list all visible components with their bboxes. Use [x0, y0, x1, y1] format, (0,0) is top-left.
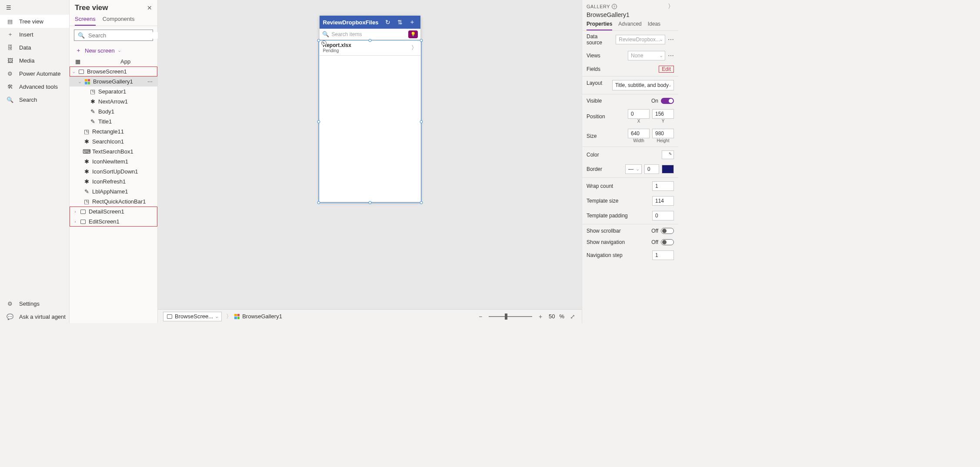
expand-panel-button[interactable]: 〉: [668, 3, 674, 10]
tree-label: NextArrow1: [98, 98, 155, 105]
gallery-icon: [84, 79, 90, 85]
border-color-swatch[interactable]: [662, 165, 674, 173]
views-select[interactable]: None⌵: [628, 51, 665, 60]
flow-icon: ⚙: [6, 70, 14, 77]
tree-label: EditScreen1: [89, 218, 155, 225]
position-x-input[interactable]: 0: [628, 109, 650, 119]
data-source-select[interactable]: ReviewDropbox...⌵: [616, 35, 665, 44]
visible-toggle[interactable]: [661, 98, 674, 104]
app-search-row: 🔍 Search items 💡: [320, 29, 420, 40]
size-height-input[interactable]: 980: [652, 129, 674, 138]
close-panel-button[interactable]: ✕: [147, 4, 152, 11]
chevron-right-icon[interactable]: 〉: [411, 44, 417, 52]
color-swatch[interactable]: ✎: [662, 150, 674, 159]
layout-select[interactable]: Title, subtitle, and body⌵: [612, 80, 674, 90]
sort-icon[interactable]: ⇅: [395, 19, 405, 26]
tree-item-title[interactable]: ✎ Title1: [70, 117, 157, 127]
gallery-row[interactable]: Report.xlsx Pending 〉: [320, 40, 420, 56]
tree-item-icon-sort[interactable]: ✱ IconSortUpDown1: [70, 167, 157, 177]
chevron-down-icon: ⌵: [118, 48, 120, 53]
tree-item-edit-screen[interactable]: › EditScreen1: [70, 217, 157, 227]
tab-advanced[interactable]: Advanced: [618, 21, 641, 30]
zoom-percent: %: [559, 313, 564, 320]
row-subtitle: Pending: [323, 48, 409, 53]
tree-item-icon-new[interactable]: ✱ IconNewItem1: [70, 157, 157, 167]
tree-item-app[interactable]: ▦ App: [70, 57, 157, 67]
tree-item-browse-screen[interactable]: ⌵ BrowseScreen1: [70, 67, 157, 77]
tree-item-detail-screen[interactable]: › DetailScreen1: [70, 207, 157, 217]
chevron-right-icon[interactable]: ›: [73, 220, 77, 224]
rail-ask-agent[interactable]: 💬 Ask a virtual agent: [0, 310, 69, 323]
tree-item-browse-gallery[interactable]: ⌵ BrowseGallery1 ⋯: [70, 77, 157, 87]
tree-item-next-arrow[interactable]: ✱ NextArrow1: [70, 97, 157, 107]
rail-label: Power Automate: [19, 70, 60, 77]
add-icon[interactable]: ＋: [407, 18, 417, 26]
tree-item-rect-quick[interactable]: ◳ RectQuickActionBar1: [70, 197, 157, 207]
rail-tree-view[interactable]: ▤ Tree view: [0, 15, 69, 28]
canvas-stage[interactable]: ReviewDropboxFiles ↻ ⇅ ＋ 🔍 Search items …: [158, 0, 582, 309]
chevron-down-icon[interactable]: ⌵: [71, 70, 76, 74]
zoom-out-button[interactable]: −: [477, 313, 484, 320]
template-size-input[interactable]: 114: [652, 196, 674, 206]
tree-item-text-search[interactable]: ⌨ TextSearchBox1: [70, 147, 157, 157]
rail-power-automate[interactable]: ⚙ Power Automate: [0, 67, 69, 80]
tools-icon: 🛠: [6, 83, 14, 90]
tab-ideas[interactable]: Ideas: [648, 21, 660, 30]
zoom-slider[interactable]: [489, 316, 532, 317]
rail-search[interactable]: 🔍 Search: [0, 93, 69, 106]
edit-template-button[interactable]: ✎: [321, 40, 327, 46]
rail-insert[interactable]: ＋ Insert: [0, 28, 69, 41]
wrap-count-input[interactable]: 1: [652, 181, 674, 191]
rail-advanced-tools[interactable]: 🛠 Advanced tools: [0, 80, 69, 93]
tree-item-body[interactable]: ✎ Body1: [70, 107, 157, 117]
edit-fields-button[interactable]: Edit: [659, 65, 673, 73]
chevron-right-icon[interactable]: ›: [73, 210, 77, 214]
tab-components[interactable]: Components: [103, 16, 135, 26]
refresh-icon[interactable]: ↻: [383, 19, 393, 26]
more-button[interactable]: ⋯: [668, 38, 674, 41]
icon-icon: ✱: [83, 159, 90, 165]
hamburger-button[interactable]: ☰: [0, 0, 69, 15]
rail-media[interactable]: 🖼 Media: [0, 54, 69, 67]
tree-search-box[interactable]: 🔍: [74, 30, 153, 41]
tree-search-input[interactable]: [88, 32, 161, 39]
search-placeholder[interactable]: Search items: [332, 31, 406, 37]
template-padding-input[interactable]: 0: [652, 211, 674, 220]
prop-template-size-label: Template size: [587, 198, 650, 204]
border-width-input[interactable]: 0: [644, 164, 659, 174]
shownav-toggle[interactable]: [661, 239, 674, 245]
more-button[interactable]: ⋯: [147, 79, 155, 85]
gallery-area[interactable]: Report.xlsx Pending 〉: [320, 40, 420, 202]
tree-label: Rectangle11: [92, 128, 155, 135]
more-button[interactable]: ⋯: [668, 54, 674, 57]
tab-properties[interactable]: Properties: [587, 21, 612, 30]
tree-item-icon-refresh[interactable]: ✱ IconRefresh1: [70, 177, 157, 187]
tab-screens[interactable]: Screens: [75, 16, 96, 26]
border-style-select[interactable]: —⌵: [625, 164, 642, 174]
rail-settings[interactable]: ⚙ Settings: [0, 297, 69, 310]
gear-icon: ⚙: [6, 300, 14, 307]
tree-item-separator[interactable]: ◳ Separator1: [70, 87, 157, 97]
tree-item-lbl-app[interactable]: ✎ LblAppName1: [70, 187, 157, 197]
scrollbar-toggle[interactable]: [661, 228, 674, 234]
prop-layout-label: Layout: [587, 80, 610, 86]
help-icon[interactable]: ?: [612, 4, 617, 9]
navstep-input[interactable]: 1: [652, 250, 674, 260]
position-y-input[interactable]: 156: [652, 109, 674, 119]
size-width-input[interactable]: 640: [628, 129, 650, 138]
rail-data[interactable]: 🗄 Data: [0, 41, 69, 54]
search-icon: 🔍: [6, 97, 14, 103]
new-screen-button[interactable]: ＋ New screen ⌵: [70, 44, 157, 57]
ideas-button[interactable]: 💡: [408, 30, 418, 38]
breadcrumb[interactable]: 〉 BrowseGallery1: [226, 313, 282, 320]
tree-item-search-icon[interactable]: ✱ SearchIcon1: [70, 137, 157, 147]
chevron-down-icon[interactable]: ⌵: [77, 80, 82, 84]
media-icon: 🖼: [6, 57, 14, 64]
zoom-in-button[interactable]: +: [537, 313, 544, 320]
screen-selector[interactable]: BrowseScree... ⌵: [163, 312, 222, 321]
tree-item-rectangle[interactable]: ◳ Rectangle11: [70, 127, 157, 137]
tree-label: DetailScreen1: [89, 208, 155, 215]
canvas-status-bar: BrowseScree... ⌵ 〉 BrowseGallery1 − + 50…: [158, 309, 582, 323]
fit-screen-button[interactable]: ⤢: [569, 313, 577, 320]
rail-label: Tree view: [19, 18, 43, 25]
